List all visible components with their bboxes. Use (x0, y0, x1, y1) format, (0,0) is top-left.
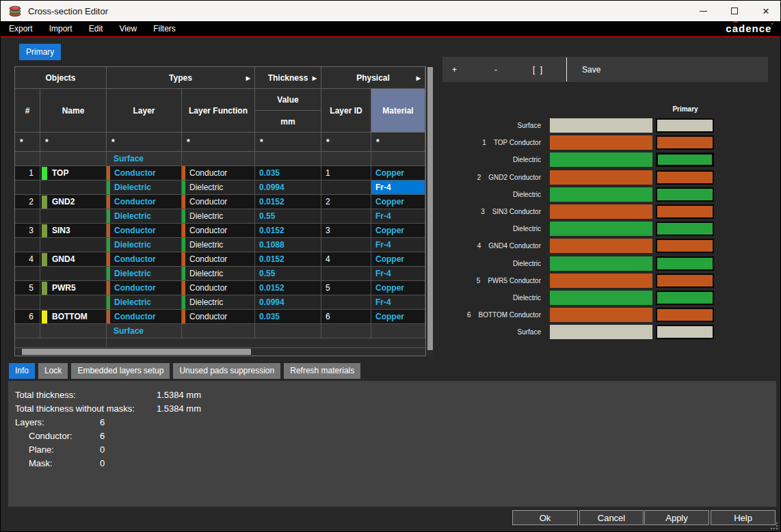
tab-primary[interactable]: Primary (19, 44, 61, 60)
stack-bar-primary[interactable] (656, 204, 714, 219)
filter-cell[interactable]: * (371, 133, 425, 152)
cell-layer-function[interactable]: Dielectric (182, 267, 255, 281)
cell-num[interactable]: 2 (15, 195, 40, 209)
cell-thickness-value[interactable]: 0.0152 (255, 224, 321, 238)
cell-layer-function[interactable]: Dielectric (182, 238, 255, 252)
cell-layer[interactable]: Surface (107, 152, 182, 166)
stack-bar-primary[interactable] (656, 222, 714, 236)
cell-layer-id[interactable] (321, 267, 371, 281)
tab-unused-pads-suppression[interactable]: Unused pads suppression (173, 363, 280, 379)
cell-layer-function[interactable]: Conductor (182, 252, 255, 267)
menu-item-filters[interactable]: Filters (150, 24, 178, 34)
remove-layer-button[interactable]: - (494, 57, 497, 82)
expand-arrow-icon[interactable]: ▶ (313, 75, 317, 81)
close-button[interactable]: ✕ (750, 1, 781, 21)
cell-num[interactable]: 6 (15, 310, 40, 324)
group-header-thickness[interactable]: Thickness▶ (255, 67, 321, 89)
cell-layer[interactable]: Conductor (107, 281, 182, 295)
tab-lock[interactable]: Lock (38, 363, 68, 379)
cell-material[interactable]: Copper (371, 310, 425, 324)
cell-layer[interactable]: Dielectric (107, 295, 182, 310)
cell-num[interactable] (15, 267, 40, 281)
stack-bar-primary[interactable] (656, 170, 714, 185)
maximize-button[interactable] (719, 1, 750, 21)
stack-bar-primary[interactable] (656, 256, 714, 271)
stack-bar-main[interactable] (550, 291, 652, 305)
cell-layer[interactable]: Conductor (107, 195, 182, 209)
cell-layer-function[interactable]: Conductor (182, 224, 255, 238)
stack-bar-primary[interactable] (656, 152, 714, 167)
cell-name[interactable]: GND2 (40, 195, 107, 209)
cell-thickness-value[interactable]: 0.55 (255, 209, 321, 224)
cell-num[interactable]: 4 (15, 252, 40, 267)
stack-bar-primary[interactable] (656, 118, 714, 133)
ok-button[interactable]: Ok (512, 510, 578, 525)
filter-cell[interactable]: * (15, 133, 40, 152)
cell-material[interactable]: Fr-4 (371, 295, 425, 310)
cell-layer[interactable]: Conductor (107, 166, 182, 181)
help-button[interactable]: Help (711, 510, 776, 525)
stack-bar-primary[interactable] (656, 239, 714, 253)
cell-num[interactable]: 3 (15, 224, 40, 238)
cell-num[interactable]: 1 (15, 166, 40, 181)
apply-button[interactable]: Apply (644, 510, 709, 525)
menu-item-edit[interactable]: Edit (86, 24, 106, 34)
cell-name[interactable] (40, 324, 107, 338)
cell-layer-id[interactable]: 5 (321, 281, 371, 295)
cell-num[interactable] (15, 209, 40, 224)
cell-name[interactable]: BOTTOM (40, 310, 107, 324)
cell-name[interactable] (40, 209, 107, 224)
cell-thickness-value[interactable]: 0.035 (255, 310, 321, 324)
tab-refresh-materials[interactable]: Refresh materials (284, 363, 360, 379)
cell-layer-id[interactable] (321, 324, 371, 338)
cell-name[interactable]: PWR5 (40, 281, 107, 295)
cell-layer-id[interactable]: 2 (321, 195, 371, 209)
cell-num[interactable] (15, 238, 40, 252)
cell-material[interactable]: Fr-4 (371, 209, 425, 224)
cell-num[interactable] (15, 181, 40, 195)
cell-num[interactable] (15, 324, 40, 338)
stack-bar-main[interactable] (550, 118, 652, 133)
cell-material[interactable]: Copper (371, 281, 425, 295)
stack-bar-main[interactable] (550, 135, 652, 150)
cell-layer-id[interactable] (321, 295, 371, 310)
group-header-physical[interactable]: Physical▶ (321, 67, 425, 89)
cell-material[interactable]: Copper (371, 252, 425, 267)
filter-cell[interactable]: * (107, 133, 182, 152)
cell-name[interactable] (40, 238, 107, 252)
cell-layer-id[interactable] (321, 181, 371, 195)
vertical-scrollbar[interactable] (427, 67, 433, 357)
cell-thickness-value[interactable]: 0.0994 (255, 181, 321, 195)
cell-layer-id[interactable] (321, 209, 371, 224)
minimize-button[interactable] (687, 1, 719, 21)
tab-info[interactable]: Info (9, 363, 35, 379)
stack-bar-primary[interactable] (656, 308, 714, 322)
filter-cell[interactable]: * (321, 133, 371, 152)
filter-cell[interactable]: * (255, 133, 321, 152)
filter-cell[interactable]: * (40, 133, 107, 152)
cell-name[interactable]: TOP (40, 166, 107, 181)
brackets-button[interactable]: [ ] (533, 57, 544, 82)
cell-name[interactable] (40, 267, 107, 281)
stack-bar-main[interactable] (550, 204, 652, 219)
stack-bar-primary[interactable] (656, 325, 714, 339)
cell-layer-function[interactable]: Dielectric (182, 295, 255, 310)
stack-bar-main[interactable] (550, 222, 652, 236)
col-header-thickness-value[interactable]: Value mm (255, 89, 321, 133)
stack-bar-primary[interactable] (656, 135, 714, 150)
cell-name[interactable] (40, 181, 107, 195)
horizontal-scrollbar-thumb[interactable] (22, 349, 251, 355)
cell-layer[interactable]: Dielectric (107, 238, 182, 252)
cell-name[interactable]: GND4 (40, 252, 107, 267)
cell-layer[interactable]: Surface (107, 324, 182, 338)
vertical-scrollbar-thumb[interactable] (427, 67, 433, 350)
cell-layer[interactable]: Dielectric (107, 209, 182, 224)
col-header-name[interactable]: Name (40, 89, 107, 133)
col-header-material[interactable]: Material (371, 89, 425, 133)
cell-material[interactable] (371, 324, 425, 338)
cell-layer[interactable]: Dielectric (107, 181, 182, 195)
cell-thickness-value[interactable]: 0.0152 (255, 195, 321, 209)
cell-layer-function[interactable]: Dielectric (182, 181, 255, 195)
cell-layer-function[interactable]: Conductor (182, 281, 255, 295)
filter-cell[interactable]: * (182, 133, 255, 152)
